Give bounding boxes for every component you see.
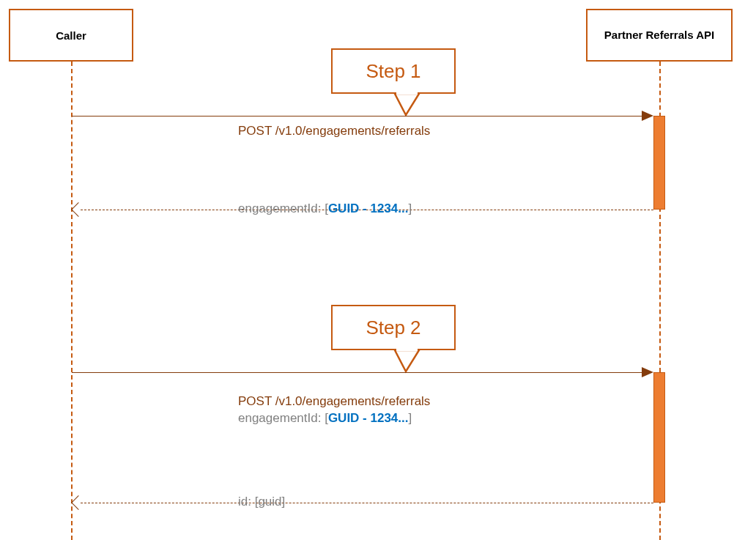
callout-step2: Step 2 [331, 305, 456, 350]
lifeline-caller [71, 62, 73, 540]
svg-marker-2 [395, 350, 419, 371]
actor-api-label: Partner Referrals API [604, 28, 714, 42]
label-step1-response: engagementId: [GUID - 1234...] [238, 201, 412, 216]
actor-caller-label: Caller [56, 29, 86, 42]
activation-step1 [653, 116, 665, 210]
activation-step2 [653, 372, 665, 503]
arrowhead-step2-response [71, 495, 86, 510]
arrow-step2-response [81, 503, 653, 503]
actor-caller: Caller [9, 9, 133, 62]
callout-step2-label: Step 2 [366, 317, 420, 339]
callout-step1-label: Step 1 [366, 60, 420, 83]
callout-step1: Step 1 [331, 48, 456, 94]
callout-tail-step1 [391, 92, 428, 117]
label-step2-request-line1: POST /v1.0/engagements/referrals [238, 394, 430, 409]
arrowhead-step1-response [71, 202, 86, 217]
actor-api: Partner Referrals API [586, 9, 733, 62]
callout-tail-step2 [391, 348, 428, 374]
label-step1-request: POST /v1.0/engagements/referrals [238, 124, 430, 138]
arrow-step2-request [72, 372, 643, 373]
arrow-step1-request [72, 116, 643, 116]
label-step2-request-line2: engagementId: [GUID - 1234...] [238, 411, 412, 426]
label-step2-response: id: [guid] [238, 495, 285, 509]
arrowhead-step1-request [642, 111, 653, 121]
svg-marker-0 [395, 94, 419, 115]
arrowhead-step2-request [642, 367, 653, 377]
